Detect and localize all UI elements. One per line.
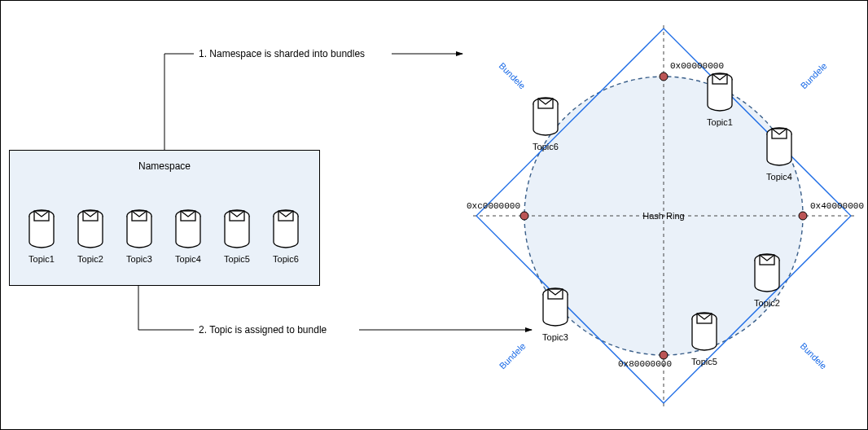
topic-icon xyxy=(762,127,796,168)
topic-label: Topic1 xyxy=(703,117,737,127)
diagram-canvas: Namespace Topic1 Topic2 xyxy=(0,0,868,430)
svg-point-20 xyxy=(520,212,528,220)
hash-ring-label: Hash Ring xyxy=(642,211,685,221)
ring-topic-2: Topic2 xyxy=(750,253,784,310)
svg-point-18 xyxy=(799,212,807,220)
topic-icon xyxy=(538,287,572,328)
topic-icon xyxy=(750,253,784,294)
hash-right: 0x40000000 xyxy=(810,201,864,211)
topic-label: Topic2 xyxy=(750,298,784,308)
topic-icon xyxy=(703,72,737,113)
ring-topic-6: Topic6 xyxy=(528,97,563,154)
topic-label: Topic3 xyxy=(538,332,572,342)
topic-icon xyxy=(687,312,721,353)
topic-icon xyxy=(528,97,563,138)
ring-topic-4: Topic4 xyxy=(762,127,796,184)
topic-label: Topic5 xyxy=(687,357,721,366)
ring-topic-3: Topic3 xyxy=(538,287,572,344)
svg-point-19 xyxy=(660,351,668,359)
hash-left: 0xc0000000 xyxy=(467,201,520,211)
ring-topic-1: Topic1 xyxy=(703,72,737,129)
topic-label: Topic4 xyxy=(762,172,796,182)
hash-bottom: 0x80000000 xyxy=(618,359,672,369)
svg-point-17 xyxy=(660,72,668,81)
ring-topic-5: Topic5 xyxy=(687,312,721,369)
overlay-svg xyxy=(1,1,868,430)
topic-label: Topic6 xyxy=(528,142,563,151)
hash-top: 0x00000000 xyxy=(670,61,724,71)
